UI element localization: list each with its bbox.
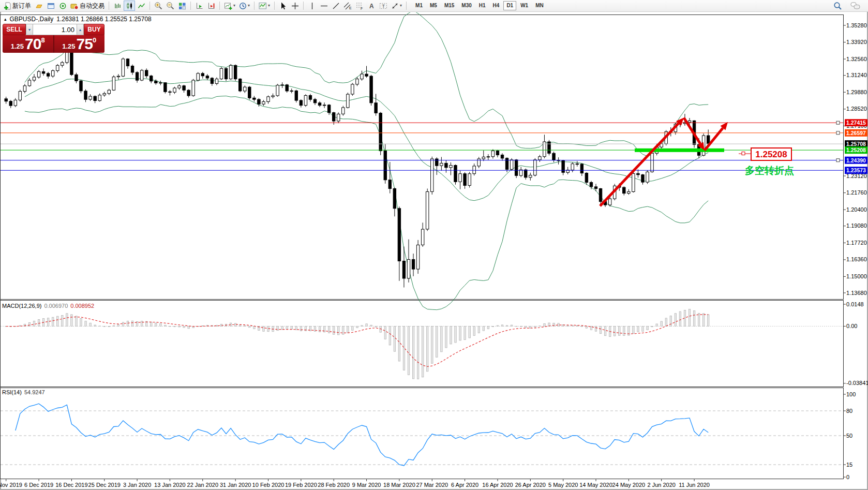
candle-bull [37,71,40,77]
macd-name: MACD(12,26,9) [2,303,41,309]
dropdown-arrow-icon: ▾ [248,4,250,8]
new-order-button[interactable]: 新订单 [2,1,33,11]
candle-bull [23,86,26,92]
macd-histogram-bar [235,323,236,326]
trendline-button[interactable] [330,1,341,11]
search-button[interactable] [832,1,844,11]
timeframe-button-M5[interactable]: M5 [427,1,440,10]
profiles-button[interactable] [33,1,44,11]
macd-histogram-bar [94,325,96,326]
new-chart-icon [224,2,232,10]
date-tick-label: 9 Mar 2020 [352,482,381,488]
price-flag-text: 1.24390 [846,157,866,164]
line-chart-button[interactable] [136,1,147,11]
candle-bear [94,96,96,100]
rsi-tick-label: 50 [846,433,852,439]
macd-histogram-bar [698,314,699,326]
fibonacci-button[interactable]: F [354,1,365,11]
candle-bear [248,87,251,98]
cursor-button[interactable] [277,1,289,11]
candle-bear [9,101,12,106]
date-tick-label: 19 Feb 2020 [285,482,317,488]
chat-button[interactable] [849,1,862,11]
macd-histogram-bar [117,325,119,326]
timeframe-button-H1[interactable]: H1 [476,1,489,10]
chat-icon [850,2,860,10]
macd-histogram-bar [361,325,363,326]
crosshair-icon [291,2,299,10]
macd-histogram-bar [328,326,330,333]
sell-button[interactable]: SELL [3,24,26,35]
candle-chart-button[interactable] [124,1,135,11]
channel-button[interactable]: E [342,1,353,11]
data-window-button[interactable] [57,1,68,11]
volume-input[interactable] [33,24,77,35]
new-chart-button[interactable]: ▾ [222,1,237,11]
timeframe-button-MN[interactable]: MN [532,1,547,10]
gold-profile-icon [35,2,43,10]
candle-bull [159,83,162,83]
zoom-out-button[interactable] [164,1,176,11]
crosshair-button[interactable] [289,1,301,11]
timeframe-button-M15[interactable]: M15 [441,1,457,10]
sell-price-display[interactable]: 1.25 70 8 [3,35,54,53]
macd-histogram-bar [76,316,77,326]
horizontal-line-button[interactable] [318,1,330,11]
macd-tick-label: 0.00 [846,323,857,329]
macd-histogram-bar [57,316,58,326]
candle-bull [276,85,279,96]
macd-histogram-bar [295,326,297,330]
buy-price-big: 75 [77,36,93,52]
autotrade-button[interactable]: 自动交易 [69,1,106,11]
volume-down-button[interactable]: ▼ [26,24,33,35]
trendline-icon [332,2,340,10]
price-callout-text: 1.25208 [755,150,787,159]
macd-histogram-bar [113,325,114,326]
timeframe-button-W1[interactable]: W1 [517,1,531,10]
macd-histogram-bar [253,326,255,329]
candle-bull [323,105,325,106]
candle-bear [501,155,503,158]
text-label-button[interactable]: T [378,1,389,11]
timeframe-button-D1[interactable]: D1 [503,1,516,10]
auto-scroll-button[interactable] [193,1,205,11]
indicators-button[interactable]: ▾ [257,1,272,11]
candle-bear [42,71,44,73]
price-tick-label: 1.13680 [846,290,867,296]
candle-bear [5,99,7,101]
macd-histogram-bar [160,324,161,326]
tile-windows-icon [178,2,186,10]
timeframe-button-M30[interactable]: M30 [458,1,474,10]
candle-bear [80,81,82,91]
bar-chart-button[interactable] [112,1,123,11]
market-watch-button[interactable] [45,1,56,11]
candle-bull [421,229,424,245]
tile-windows-button[interactable] [176,1,188,11]
timeframe-button-H4[interactable]: H4 [490,1,503,10]
rsi-name: RSI(14) [2,389,22,395]
zoom-in-button[interactable] [153,1,164,11]
toolbar-separator [406,2,407,10]
chart-shift-icon [207,2,215,10]
candle-bull [28,80,31,86]
vertical-line-button[interactable] [306,1,318,11]
chart-canvas[interactable]: 1.25208多空转折点1.352801.339201.325601.31240… [0,12,868,490]
zoom-out-icon [166,2,174,10]
shapes-button[interactable]: ▾ [390,1,403,11]
macd-histogram-bar [403,326,405,370]
macd-histogram-bar [483,326,484,331]
periods-button[interactable]: ▾ [237,1,251,11]
candle-bull [491,151,494,157]
timeframe-button-M1[interactable]: M1 [412,1,426,10]
chart-shift-button[interactable] [205,1,217,11]
candle-bear [594,187,597,189]
volume-up-button[interactable]: ▲ [77,24,84,35]
support-bar-annotation [635,149,724,152]
date-tick-label: 26 Apr 2020 [515,482,546,488]
buy-button[interactable]: BUY [84,24,104,35]
candle-bear [313,99,316,103]
macd-histogram-bar [300,326,302,331]
text-button[interactable]: A [366,1,377,11]
buy-price-display[interactable]: 1.25 75 0 [54,35,105,53]
candle-bull [426,191,429,229]
